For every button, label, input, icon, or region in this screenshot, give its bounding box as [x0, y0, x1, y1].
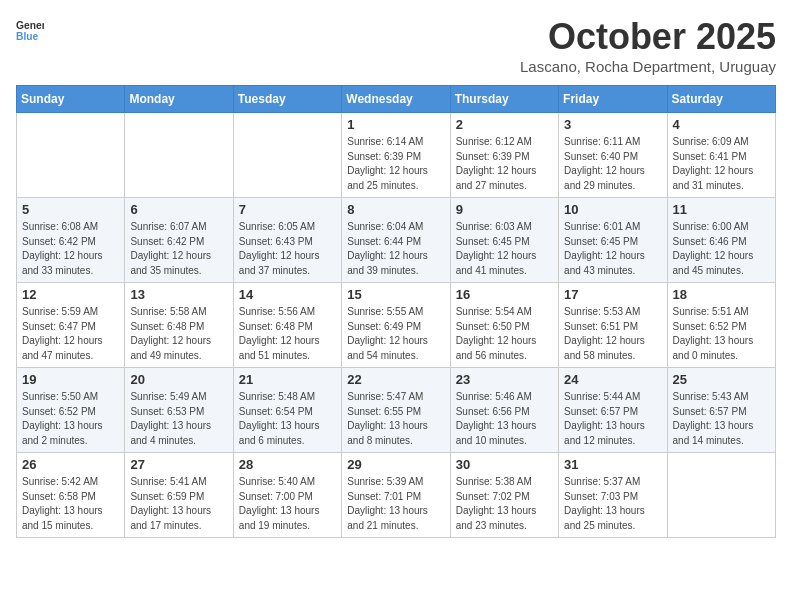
calendar-cell [233, 113, 341, 198]
day-number: 19 [22, 372, 119, 387]
calendar-cell: 6Sunrise: 6:07 AM Sunset: 6:42 PM Daylig… [125, 198, 233, 283]
calendar-cell: 19Sunrise: 5:50 AM Sunset: 6:52 PM Dayli… [17, 368, 125, 453]
day-number: 22 [347, 372, 444, 387]
day-number: 29 [347, 457, 444, 472]
day-number: 4 [673, 117, 770, 132]
day-info: Sunrise: 5:39 AM Sunset: 7:01 PM Dayligh… [347, 475, 444, 533]
calendar-cell: 18Sunrise: 5:51 AM Sunset: 6:52 PM Dayli… [667, 283, 775, 368]
day-info: Sunrise: 5:43 AM Sunset: 6:57 PM Dayligh… [673, 390, 770, 448]
calendar-cell: 15Sunrise: 5:55 AM Sunset: 6:49 PM Dayli… [342, 283, 450, 368]
calendar-cell: 22Sunrise: 5:47 AM Sunset: 6:55 PM Dayli… [342, 368, 450, 453]
day-info: Sunrise: 5:40 AM Sunset: 7:00 PM Dayligh… [239, 475, 336, 533]
day-info: Sunrise: 6:08 AM Sunset: 6:42 PM Dayligh… [22, 220, 119, 278]
svg-text:General: General [16, 20, 44, 31]
day-number: 14 [239, 287, 336, 302]
day-info: Sunrise: 6:07 AM Sunset: 6:42 PM Dayligh… [130, 220, 227, 278]
calendar-cell: 2Sunrise: 6:12 AM Sunset: 6:39 PM Daylig… [450, 113, 558, 198]
day-number: 16 [456, 287, 553, 302]
day-info: Sunrise: 5:47 AM Sunset: 6:55 PM Dayligh… [347, 390, 444, 448]
calendar-cell: 16Sunrise: 5:54 AM Sunset: 6:50 PM Dayli… [450, 283, 558, 368]
calendar-cell: 31Sunrise: 5:37 AM Sunset: 7:03 PM Dayli… [559, 453, 667, 538]
day-info: Sunrise: 6:12 AM Sunset: 6:39 PM Dayligh… [456, 135, 553, 193]
calendar-header-row: SundayMondayTuesdayWednesdayThursdayFrid… [17, 86, 776, 113]
calendar-cell: 14Sunrise: 5:56 AM Sunset: 6:48 PM Dayli… [233, 283, 341, 368]
day-info: Sunrise: 5:46 AM Sunset: 6:56 PM Dayligh… [456, 390, 553, 448]
day-info: Sunrise: 6:11 AM Sunset: 6:40 PM Dayligh… [564, 135, 661, 193]
day-number: 15 [347, 287, 444, 302]
svg-text:Blue: Blue [16, 31, 39, 42]
logo: General Blue [16, 16, 44, 44]
day-info: Sunrise: 5:37 AM Sunset: 7:03 PM Dayligh… [564, 475, 661, 533]
calendar-cell: 4Sunrise: 6:09 AM Sunset: 6:41 PM Daylig… [667, 113, 775, 198]
day-number: 30 [456, 457, 553, 472]
day-info: Sunrise: 6:05 AM Sunset: 6:43 PM Dayligh… [239, 220, 336, 278]
calendar-cell: 5Sunrise: 6:08 AM Sunset: 6:42 PM Daylig… [17, 198, 125, 283]
calendar-cell: 9Sunrise: 6:03 AM Sunset: 6:45 PM Daylig… [450, 198, 558, 283]
day-number: 23 [456, 372, 553, 387]
day-number: 17 [564, 287, 661, 302]
calendar-cell [667, 453, 775, 538]
calendar-week-row: 26Sunrise: 5:42 AM Sunset: 6:58 PM Dayli… [17, 453, 776, 538]
day-info: Sunrise: 5:49 AM Sunset: 6:53 PM Dayligh… [130, 390, 227, 448]
day-info: Sunrise: 5:56 AM Sunset: 6:48 PM Dayligh… [239, 305, 336, 363]
day-number: 26 [22, 457, 119, 472]
calendar-cell: 8Sunrise: 6:04 AM Sunset: 6:44 PM Daylig… [342, 198, 450, 283]
day-of-week-header: Wednesday [342, 86, 450, 113]
calendar-cell: 30Sunrise: 5:38 AM Sunset: 7:02 PM Dayli… [450, 453, 558, 538]
calendar-cell: 7Sunrise: 6:05 AM Sunset: 6:43 PM Daylig… [233, 198, 341, 283]
title-block: October 2025 Lascano, Rocha Department, … [520, 16, 776, 75]
day-number: 24 [564, 372, 661, 387]
day-number: 1 [347, 117, 444, 132]
logo-icon: General Blue [16, 16, 44, 44]
day-number: 18 [673, 287, 770, 302]
day-number: 28 [239, 457, 336, 472]
calendar-cell: 3Sunrise: 6:11 AM Sunset: 6:40 PM Daylig… [559, 113, 667, 198]
day-number: 7 [239, 202, 336, 217]
day-number: 31 [564, 457, 661, 472]
day-info: Sunrise: 5:53 AM Sunset: 6:51 PM Dayligh… [564, 305, 661, 363]
calendar-cell: 17Sunrise: 5:53 AM Sunset: 6:51 PM Dayli… [559, 283, 667, 368]
day-number: 11 [673, 202, 770, 217]
day-info: Sunrise: 5:55 AM Sunset: 6:49 PM Dayligh… [347, 305, 444, 363]
day-number: 27 [130, 457, 227, 472]
day-info: Sunrise: 5:58 AM Sunset: 6:48 PM Dayligh… [130, 305, 227, 363]
calendar-week-row: 19Sunrise: 5:50 AM Sunset: 6:52 PM Dayli… [17, 368, 776, 453]
day-of-week-header: Tuesday [233, 86, 341, 113]
calendar-table: SundayMondayTuesdayWednesdayThursdayFrid… [16, 85, 776, 538]
day-number: 6 [130, 202, 227, 217]
calendar-cell: 13Sunrise: 5:58 AM Sunset: 6:48 PM Dayli… [125, 283, 233, 368]
day-info: Sunrise: 6:00 AM Sunset: 6:46 PM Dayligh… [673, 220, 770, 278]
day-info: Sunrise: 6:14 AM Sunset: 6:39 PM Dayligh… [347, 135, 444, 193]
day-number: 12 [22, 287, 119, 302]
day-info: Sunrise: 5:41 AM Sunset: 6:59 PM Dayligh… [130, 475, 227, 533]
month-title: October 2025 [520, 16, 776, 58]
calendar-cell: 28Sunrise: 5:40 AM Sunset: 7:00 PM Dayli… [233, 453, 341, 538]
day-number: 9 [456, 202, 553, 217]
calendar-week-row: 5Sunrise: 6:08 AM Sunset: 6:42 PM Daylig… [17, 198, 776, 283]
calendar-cell: 1Sunrise: 6:14 AM Sunset: 6:39 PM Daylig… [342, 113, 450, 198]
day-info: Sunrise: 5:54 AM Sunset: 6:50 PM Dayligh… [456, 305, 553, 363]
day-of-week-header: Saturday [667, 86, 775, 113]
calendar-cell: 11Sunrise: 6:00 AM Sunset: 6:46 PM Dayli… [667, 198, 775, 283]
day-info: Sunrise: 5:38 AM Sunset: 7:02 PM Dayligh… [456, 475, 553, 533]
day-info: Sunrise: 5:42 AM Sunset: 6:58 PM Dayligh… [22, 475, 119, 533]
day-info: Sunrise: 5:50 AM Sunset: 6:52 PM Dayligh… [22, 390, 119, 448]
calendar-cell [125, 113, 233, 198]
day-of-week-header: Friday [559, 86, 667, 113]
day-info: Sunrise: 5:51 AM Sunset: 6:52 PM Dayligh… [673, 305, 770, 363]
day-info: Sunrise: 6:01 AM Sunset: 6:45 PM Dayligh… [564, 220, 661, 278]
day-of-week-header: Sunday [17, 86, 125, 113]
day-info: Sunrise: 6:09 AM Sunset: 6:41 PM Dayligh… [673, 135, 770, 193]
calendar-cell: 12Sunrise: 5:59 AM Sunset: 6:47 PM Dayli… [17, 283, 125, 368]
day-number: 8 [347, 202, 444, 217]
calendar-week-row: 12Sunrise: 5:59 AM Sunset: 6:47 PM Dayli… [17, 283, 776, 368]
day-of-week-header: Thursday [450, 86, 558, 113]
calendar-cell: 23Sunrise: 5:46 AM Sunset: 6:56 PM Dayli… [450, 368, 558, 453]
day-number: 25 [673, 372, 770, 387]
calendar-cell: 29Sunrise: 5:39 AM Sunset: 7:01 PM Dayli… [342, 453, 450, 538]
day-number: 21 [239, 372, 336, 387]
day-info: Sunrise: 5:44 AM Sunset: 6:57 PM Dayligh… [564, 390, 661, 448]
calendar-cell: 24Sunrise: 5:44 AM Sunset: 6:57 PM Dayli… [559, 368, 667, 453]
day-info: Sunrise: 6:03 AM Sunset: 6:45 PM Dayligh… [456, 220, 553, 278]
day-number: 2 [456, 117, 553, 132]
